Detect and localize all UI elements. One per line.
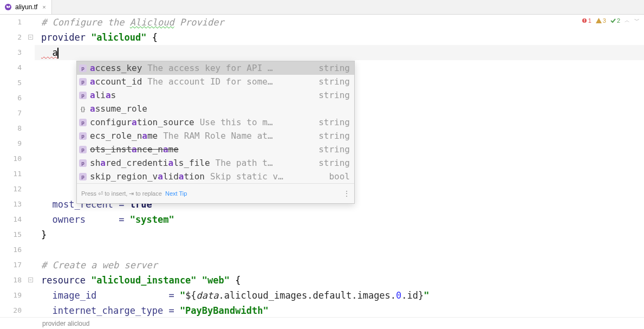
- code-content[interactable]: # Configure the Alicloud Provider provid…: [35, 15, 644, 317]
- ok-indicator[interactable]: 2: [610, 17, 620, 24]
- property-icon: p: [79, 78, 87, 86]
- breadcrumb[interactable]: provider alicloud: [0, 317, 644, 329]
- completion-type: bool: [329, 169, 350, 184]
- close-icon[interactable]: ×: [41, 4, 47, 10]
- line-number: 20: [0, 303, 23, 318]
- tab-filename: aliyun.tf: [15, 3, 37, 11]
- code-line: # Configure the Alicloud Provider: [35, 15, 644, 30]
- completion-description: Use this to m…: [200, 115, 316, 130]
- completion-name: shared_credentials_file: [90, 156, 210, 171]
- property-icon: p: [79, 119, 87, 126]
- block-icon: {}: [79, 105, 87, 113]
- completion-item[interactable]: {}assume_role: [77, 102, 354, 115]
- completion-item[interactable]: paccess_keyThe access key for API …strin…: [77, 61, 354, 75]
- line-number: 12: [0, 182, 23, 197]
- completion-item[interactable]: paccount_idThe account ID for some…strin…: [77, 75, 354, 88]
- line-number: 14: [0, 212, 23, 227]
- completion-type: string: [318, 156, 350, 171]
- line-number: 13: [0, 197, 23, 212]
- tab-bar: aliyun.tf ×: [0, 0, 644, 15]
- line-number: 17: [0, 257, 23, 273]
- completion-footer: Press ⏎ to insert, ⇥ to replace Next Tip…: [77, 183, 354, 203]
- svg-rect-2: [584, 19, 584, 21]
- status-indicators: 1 3 2 ︿ ﹀: [582, 17, 640, 24]
- code-line-current: a: [35, 45, 644, 60]
- completion-name: alias: [90, 88, 116, 103]
- completion-name: assume_role: [90, 101, 147, 117]
- completion-description: The RAM Role Name at…: [163, 128, 315, 144]
- completion-description: The account ID for some…: [147, 74, 315, 89]
- completion-popup: paccess_keyThe access key for API …strin…: [76, 61, 355, 204]
- code-line: }: [35, 227, 644, 242]
- error-indicator[interactable]: 1: [582, 17, 591, 24]
- warning-indicator[interactable]: 3: [596, 17, 606, 24]
- chevron-up-icon[interactable]: ︿: [625, 17, 630, 24]
- fold-marker-icon[interactable]: −: [28, 35, 33, 40]
- editor[interactable]: 1 3 2 ︿ ﹀ 123456789101112131415161718192…: [0, 15, 644, 317]
- code-line: resource "alicloud_instance" "web" {: [35, 273, 644, 288]
- property-icon: p: [79, 159, 87, 167]
- completion-type: string: [318, 61, 350, 76]
- property-icon: p: [79, 132, 87, 140]
- code-line: image_id = "${data.alicloud_images.defau…: [35, 288, 644, 303]
- completion-item[interactable]: pskip_region_validationSkip static v…boo…: [77, 170, 354, 183]
- completion-type: string: [318, 142, 350, 157]
- next-tip-link[interactable]: Next Tip: [165, 190, 187, 197]
- completion-type: string: [318, 74, 350, 89]
- completion-name: skip_region_validation: [90, 169, 205, 184]
- line-number: 7: [0, 106, 23, 121]
- completion-item[interactable]: pots_instance_namestring: [77, 143, 354, 156]
- property-icon: p: [79, 92, 87, 99]
- completion-item[interactable]: paliasstring: [77, 88, 354, 102]
- line-number: 15: [0, 227, 23, 242]
- line-number: 5: [0, 75, 23, 91]
- completion-type: string: [318, 88, 350, 103]
- file-tab[interactable]: aliyun.tf ×: [0, 0, 52, 14]
- line-number: 19: [0, 288, 23, 303]
- line-number: 8: [0, 121, 23, 136]
- completion-item[interactable]: pconfiguration_sourceUse this to m…strin…: [77, 115, 354, 129]
- completion-name: account_id: [90, 74, 142, 89]
- terraform-file-icon: [4, 3, 12, 11]
- completion-name: ecs_role_name: [90, 128, 158, 144]
- completion-item[interactable]: pecs_role_nameThe RAM Role Name at…strin…: [77, 129, 354, 143]
- line-number: 6: [0, 91, 23, 106]
- fold-gutter: − −: [27, 15, 35, 317]
- line-number-gutter: 1234567891011121314151617181920: [0, 15, 27, 317]
- code-line: [35, 242, 644, 257]
- code-line: owners = "system": [35, 212, 644, 227]
- property-icon: p: [79, 146, 87, 153]
- completion-description: Skip static v…: [210, 169, 326, 184]
- completion-description: The path t…: [216, 156, 316, 171]
- line-number: 4: [0, 60, 23, 75]
- completion-type: string: [318, 128, 350, 144]
- svg-rect-3: [584, 21, 584, 22]
- code-line: internet_charge_type = "PayByBandwidth": [35, 303, 644, 318]
- more-icon[interactable]: ⋮: [343, 186, 350, 201]
- code-line: provider "alicloud" {: [35, 30, 644, 45]
- fold-marker-icon[interactable]: −: [28, 278, 33, 282]
- line-number: 2: [0, 30, 23, 45]
- line-number: 1: [0, 15, 23, 30]
- completion-item[interactable]: pshared_credentials_fileThe path t…strin…: [77, 156, 354, 170]
- chevron-down-icon[interactable]: ﹀: [634, 17, 640, 24]
- code-line: # Create a web server: [35, 257, 644, 273]
- completion-name: configuration_source: [90, 115, 194, 130]
- completion-name: access_key: [90, 61, 142, 76]
- line-number: 16: [0, 242, 23, 257]
- line-number: 18: [0, 273, 23, 288]
- completion-description: The access key for API …: [147, 61, 315, 76]
- property-icon: p: [79, 173, 87, 180]
- property-icon: p: [79, 64, 87, 72]
- line-number: 3: [0, 45, 23, 60]
- completion-name: ots_instance_name: [90, 142, 179, 157]
- line-number: 9: [0, 136, 23, 151]
- line-number: 10: [0, 151, 23, 166]
- line-number: 11: [0, 166, 23, 182]
- completion-type: string: [318, 115, 350, 130]
- text-cursor: [57, 48, 58, 59]
